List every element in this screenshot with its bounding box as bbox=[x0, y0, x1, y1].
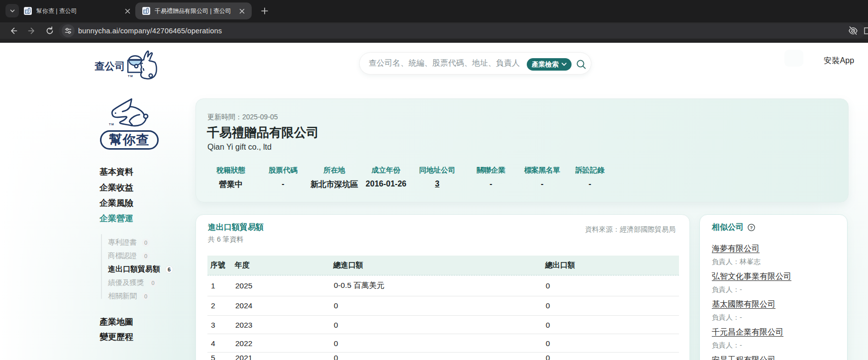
svg-text:?: ? bbox=[750, 225, 753, 230]
